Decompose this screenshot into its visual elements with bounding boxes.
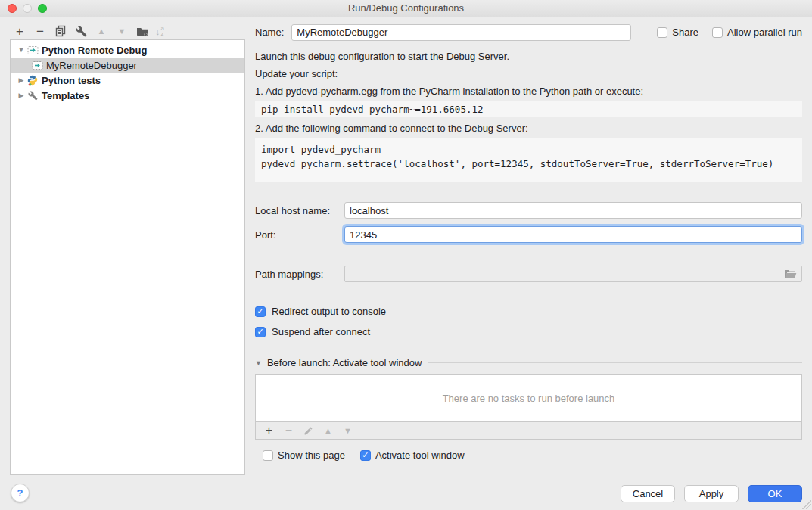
new-folder-button[interactable]: [135, 23, 150, 39]
edit-templates-button[interactable]: [73, 23, 89, 39]
port-row: Port:: [255, 226, 802, 243]
instruction-line-1: Launch this debug configuration to start…: [255, 51, 802, 63]
cancel-button[interactable]: Cancel: [621, 485, 675, 502]
remote-debug-config-icon: [31, 59, 43, 71]
tree-item-python-tests[interactable]: ▶ Python tests: [11, 73, 244, 88]
activate-tool-window-checkbox[interactable]: [360, 450, 371, 461]
ok-button[interactable]: OK: [748, 485, 802, 502]
port-label: Port:: [255, 229, 344, 241]
wrench-icon: [76, 26, 87, 37]
redirect-output-label: Redirect output to console: [272, 306, 386, 317]
before-launch-header[interactable]: ▼ Before launch: Activate tool window: [255, 357, 802, 369]
window-title: Run/Debug Configurations: [0, 0, 812, 17]
allow-parallel-run-label: Allow parallel run: [727, 26, 802, 38]
move-up-button[interactable]: ▲: [94, 23, 109, 39]
path-mappings-label: Path mappings:: [255, 269, 344, 280]
expand-arrow-icon[interactable]: ▶: [16, 76, 26, 84]
configurations-toolbar: + − ▲ ▼ ↓ a z: [12, 23, 164, 39]
separator-line: [428, 362, 802, 363]
expand-arrow-icon[interactable]: ▼: [16, 46, 26, 54]
move-task-down-button[interactable]: ▼: [341, 424, 355, 438]
folder-plus-icon: [136, 26, 149, 37]
name-input[interactable]: [291, 24, 631, 41]
remote-debug-config-icon: [26, 44, 39, 56]
path-mappings-row: Path mappings:: [255, 266, 802, 282]
collapse-arrow-icon[interactable]: ▼: [255, 359, 262, 367]
python-tests-icon: [26, 74, 39, 86]
allow-parallel-run-checkbox[interactable]: [712, 27, 723, 38]
tree-item-templates[interactable]: ▶ Templates: [11, 88, 244, 103]
instruction-step-2: 2. Add the following command to connect …: [255, 123, 802, 135]
local-host-row: Local host name:: [255, 202, 802, 219]
configurations-tree: ▼ Python Remote Debug MyRemoteDebugger ▶: [10, 39, 245, 475]
tree-item-python-remote-debug[interactable]: ▼ Python Remote Debug: [11, 42, 244, 58]
add-task-button[interactable]: +: [262, 424, 276, 438]
code-line-2: pydevd_pycharm.settrace('localhost', por…: [261, 158, 773, 169]
help-icon: ?: [17, 487, 23, 499]
title-bar: Run/Debug Configurations: [0, 0, 812, 17]
empty-tasks-text: There are no tasks to run before launch: [443, 393, 615, 404]
resize-grip[interactable]: [802, 500, 811, 509]
remove-configuration-button[interactable]: −: [33, 23, 48, 39]
before-launch-task-list[interactable]: There are no tasks to run before launch: [255, 374, 802, 422]
allow-parallel-checkbox-group[interactable]: Allow parallel run: [712, 26, 802, 38]
text-caret: [378, 229, 378, 240]
before-launch-title: Before launch: Activate tool window: [267, 357, 422, 369]
share-checkbox-group[interactable]: Share: [657, 26, 698, 38]
run-debug-configurations-dialog: { "window": { "title": "Run/Debug Config…: [0, 0, 812, 510]
sort-configurations-button[interactable]: ↓ a z: [155, 26, 164, 37]
suspend-label: Suspend after connect: [272, 326, 370, 337]
copy-icon: [54, 25, 67, 37]
settrace-code-block: import pydevd_pycharm pydevd_pycharm.set…: [255, 138, 802, 182]
move-task-up-button[interactable]: ▲: [321, 424, 335, 438]
suspend-checkbox[interactable]: [255, 327, 266, 337]
expand-arrow-icon[interactable]: ▶: [16, 92, 26, 99]
wrench-icon: [26, 89, 39, 101]
show-this-page-checkbox[interactable]: [263, 450, 273, 461]
help-button[interactable]: ?: [11, 484, 30, 502]
local-host-label: Local host name:: [255, 205, 344, 216]
edit-task-button[interactable]: [301, 424, 316, 438]
name-row: Name: Share Allow parallel run: [255, 23, 802, 41]
port-input[interactable]: [344, 226, 802, 243]
tree-item-label: Python Remote Debug: [42, 45, 147, 56]
copy-configuration-button[interactable]: [53, 23, 68, 39]
redirect-output-row[interactable]: Redirect output to console: [255, 306, 802, 317]
footer-checkboxes: Show this page Activate tool window: [255, 449, 802, 461]
tree-item-label: MyRemoteDebugger: [46, 60, 137, 71]
tree-item-label: Templates: [42, 90, 89, 101]
task-list-toolbar: + − ▲ ▼: [255, 422, 802, 440]
activate-tool-window-label: Activate tool window: [375, 449, 465, 461]
share-checkbox[interactable]: [657, 27, 667, 38]
instruction-step-1: 1. Add pydevd-pycharm.egg from the PyCha…: [255, 86, 802, 98]
local-host-input[interactable]: [344, 202, 802, 219]
open-folder-icon[interactable]: [784, 269, 797, 279]
tree-item-label: Python tests: [42, 75, 101, 86]
move-down-button[interactable]: ▼: [114, 23, 129, 39]
configuration-editor: Name: Share Allow parallel run Launch th…: [255, 23, 802, 461]
dialog-buttons: Cancel Apply OK: [621, 485, 802, 502]
tree-item-myremotedebugger[interactable]: MyRemoteDebugger: [11, 58, 244, 73]
name-label: Name:: [255, 26, 284, 38]
pencil-icon: [303, 426, 313, 436]
instruction-line-2: Update your script:: [255, 68, 802, 80]
pip-install-command: pip install pydevd-pycharm~=191.6605.12: [255, 101, 802, 117]
redirect-output-checkbox[interactable]: [255, 306, 266, 317]
path-mappings-field[interactable]: [344, 266, 802, 282]
code-line-1: import pydevd_pycharm: [261, 144, 381, 155]
add-configuration-button[interactable]: +: [12, 23, 27, 39]
remove-task-button[interactable]: −: [282, 424, 296, 438]
suspend-row[interactable]: Suspend after connect: [255, 326, 802, 337]
apply-button[interactable]: Apply: [684, 485, 739, 502]
share-label: Share: [672, 26, 698, 38]
show-this-page-label: Show this page: [278, 449, 345, 461]
